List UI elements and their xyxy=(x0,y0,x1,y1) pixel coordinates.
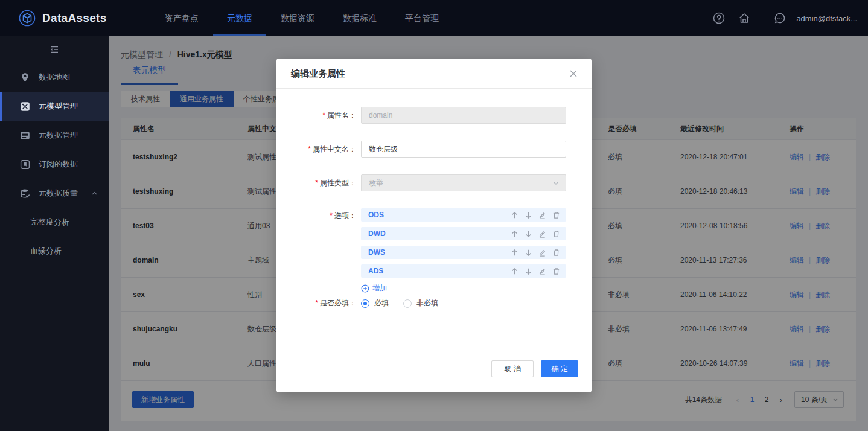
sidebar: 数据地图 元模型管理 元数据管理 订阅的数据 元数据质量 xyxy=(0,36,109,431)
option-value: ADS xyxy=(368,267,383,275)
delete-icon[interactable] xyxy=(552,230,560,238)
field-label-text: 属性类型： xyxy=(320,179,356,187)
top-navbar: DataAssets 资产盘点 元数据 数据资源 数据标准 平台管理 admin… xyxy=(0,0,868,36)
sidebar-item-metadata-mgmt[interactable]: 元数据管理 xyxy=(0,121,109,150)
edit-icon[interactable] xyxy=(538,211,546,219)
nav-item-platform-admin[interactable]: 平台管理 xyxy=(405,0,439,36)
required-radio-group: 必填 非必填 xyxy=(361,298,438,308)
field-label-text: 属性名： xyxy=(327,111,356,120)
option-row: DWS xyxy=(361,246,566,259)
field-label: *属性类型： xyxy=(276,178,361,188)
main-nav: 资产盘点 元数据 数据资源 数据标准 平台管理 xyxy=(165,0,439,36)
delete-icon[interactable] xyxy=(552,267,560,275)
option-actions xyxy=(511,249,560,257)
radio-label: 必填 xyxy=(374,298,389,308)
user-account[interactable]: admin@dtstack... xyxy=(796,14,857,23)
required-star: * xyxy=(330,211,333,220)
chevron-down-icon xyxy=(552,179,560,187)
message-icon[interactable] xyxy=(773,11,787,25)
sidebar-subitem-completeness-analysis[interactable]: 完整度分析 xyxy=(0,208,109,237)
move-up-icon[interactable] xyxy=(511,249,519,257)
option-row: DWD xyxy=(361,227,566,240)
option-actions xyxy=(511,230,560,238)
sidebar-subitem-lineage-analysis[interactable]: 血缘分析 xyxy=(0,237,109,266)
sidebar-subitem-label: 完整度分析 xyxy=(30,217,69,228)
option-actions xyxy=(511,267,560,275)
close-icon[interactable] xyxy=(569,69,578,78)
sidebar-item-label: 数据地图 xyxy=(39,72,70,83)
radio-label: 非必填 xyxy=(416,298,438,308)
radio-required[interactable]: 必填 xyxy=(361,298,389,308)
required-star: * xyxy=(315,299,318,307)
required-star: * xyxy=(322,111,325,120)
attr-cn-name-input[interactable] xyxy=(361,141,566,158)
add-option-button[interactable]: 增加 xyxy=(361,283,566,293)
delete-icon[interactable] xyxy=(552,211,560,219)
modal-body: *属性名： *属性中文名： *属性类型： 枚举 *选项： ODS xyxy=(276,89,592,308)
sidebar-item-label: 订阅的数据 xyxy=(39,159,78,170)
logo-cube-icon xyxy=(18,9,36,27)
move-down-icon[interactable] xyxy=(525,230,532,238)
field-required: *是否必填： 必填 非必填 xyxy=(276,298,592,308)
nav-item-metadata[interactable]: 元数据 xyxy=(227,0,252,36)
field-attr-name: *属性名： xyxy=(276,107,592,124)
sidebar-item-metadata-quality[interactable]: 元数据质量 xyxy=(0,179,109,208)
move-down-icon[interactable] xyxy=(525,267,532,275)
metadata-list-icon xyxy=(20,130,30,141)
edit-icon[interactable] xyxy=(538,249,546,257)
sidebar-item-label: 元数据管理 xyxy=(39,130,78,141)
edit-icon[interactable] xyxy=(538,230,546,238)
cancel-button[interactable]: 取 消 xyxy=(491,360,534,377)
sidebar-collapse-button[interactable] xyxy=(0,36,109,63)
field-label: *属性名： xyxy=(276,110,361,121)
edit-icon[interactable] xyxy=(538,267,546,275)
sidebar-item-metamodel-mgmt[interactable]: 元模型管理 xyxy=(0,92,109,121)
home-icon[interactable] xyxy=(738,11,751,25)
radio-dot-icon xyxy=(403,299,412,308)
field-label: *属性中文名： xyxy=(276,144,361,155)
bookmark-icon xyxy=(20,159,30,170)
chevron-up-icon xyxy=(91,190,98,197)
app-title: DataAssets xyxy=(42,11,107,25)
nav-item-asset-inventory[interactable]: 资产盘点 xyxy=(165,0,199,36)
field-label-text: 选项： xyxy=(334,211,356,220)
field-attr-cn-name: *属性中文名： xyxy=(276,141,592,158)
field-options: *选项： ODS DWD xyxy=(276,208,592,293)
model-tools-icon xyxy=(20,101,30,112)
help-circle-icon[interactable] xyxy=(712,11,726,25)
option-actions xyxy=(511,211,560,219)
database-check-icon xyxy=(20,188,30,199)
attr-type-value: 枚举 xyxy=(369,178,383,188)
radio-not-required[interactable]: 非必填 xyxy=(403,298,438,308)
confirm-button[interactable]: 确 定 xyxy=(541,360,578,377)
sidebar-item-subscribed-data[interactable]: 订阅的数据 xyxy=(0,150,109,179)
option-value: ODS xyxy=(368,211,384,219)
option-value: DWS xyxy=(368,248,385,257)
app-logo[interactable]: DataAssets xyxy=(18,0,107,36)
field-attr-type: *属性类型： 枚举 xyxy=(276,174,592,191)
nav-item-data-resource[interactable]: 数据资源 xyxy=(281,0,314,36)
move-down-icon[interactable] xyxy=(525,211,532,219)
required-star: * xyxy=(308,145,311,153)
sidebar-subitem-label: 血缘分析 xyxy=(30,246,62,257)
options-list: ODS DWD xyxy=(361,208,566,293)
move-up-icon[interactable] xyxy=(511,267,519,275)
move-down-icon[interactable] xyxy=(525,249,532,257)
location-pin-icon xyxy=(20,72,30,83)
nav-item-data-standard[interactable]: 数据标准 xyxy=(343,0,377,36)
field-label-text: 是否必填： xyxy=(320,299,356,307)
attr-type-select: 枚举 xyxy=(361,174,566,191)
edit-business-attribute-modal: 编辑业务属性 *属性名： *属性中文名： *属性类型： 枚举 *选项： ODS xyxy=(276,59,592,392)
menu-fold-icon xyxy=(49,45,59,54)
plus-circle-icon xyxy=(361,284,369,293)
attr-name-input xyxy=(361,107,566,124)
nav-right-tools: admin@dtstack... xyxy=(700,0,868,36)
delete-icon[interactable] xyxy=(552,249,560,257)
move-up-icon[interactable] xyxy=(511,211,519,219)
nav-divider xyxy=(761,0,761,36)
sidebar-item-label: 元数据质量 xyxy=(39,188,78,199)
move-up-icon[interactable] xyxy=(511,230,519,238)
sidebar-item-label: 元模型管理 xyxy=(39,101,78,112)
sidebar-item-data-map[interactable]: 数据地图 xyxy=(0,63,109,92)
option-row: ODS xyxy=(361,208,566,222)
